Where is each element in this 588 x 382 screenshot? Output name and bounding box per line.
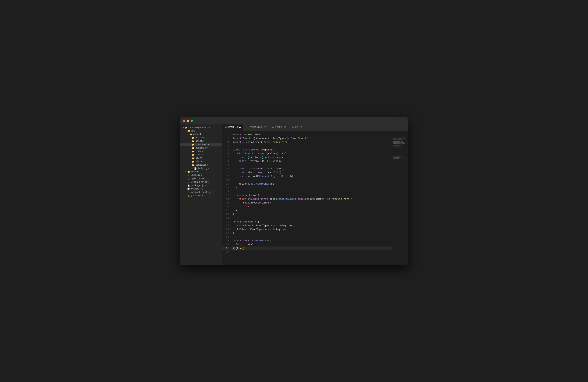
keyword: await [258,171,265,174]
code-text: = [259,197,261,201]
svg-rect-26 [394,145,401,146]
md-file-icon: 📝 [187,188,190,190]
sidebar-item-actions[interactable]: › 📁 actions [180,136,222,139]
minimap [393,131,408,265]
keyword: this [262,197,268,201]
svg-rect-10 [393,138,400,138]
keyword: this [243,201,249,205]
sidebar-item-label: templates [195,164,208,166]
sidebar-item-constants[interactable]: › 📁 constants [180,146,222,150]
code-line: <form onSubmit={this.props.handleSubmit(… [231,197,393,201]
code-line: Form.propTypes = { [231,220,393,224]
keyword: const [238,174,246,178]
code-text [233,152,236,156]
function-name: createObjectURL [262,174,284,178]
keyword: await [256,167,264,171]
code-text [233,197,238,201]
code-line: handleSubmit: PropTypes.func.isRequired, [231,224,393,228]
function-name: reduxForm [255,239,268,243]
sidebar-item-styles[interactable]: › 📁 styles [180,160,222,163]
chevron-right-icon: › [189,150,192,152]
sidebar-item-resume-generator[interactable]: ▾ 📁 resume-generator [180,126,222,129]
code-text [242,133,243,137]
sidebar-item-webpack-config[interactable]: ⬡ webpack.config.js [180,191,222,194]
webpack-file-icon: ⬡ [187,191,190,194]
code-line: import { reduxForm } from 'redux-form' [231,140,393,144]
minimize-button[interactable] [187,120,189,122]
svg-rect-0 [393,133,399,133]
code-text: actions [249,156,262,159]
sidebar-item-reducers[interactable]: › 📁 reducers [180,150,222,153]
tab-index-js[interactable]: JS INDEX.JS [269,124,289,131]
jsx-attr: onSubmit [247,197,259,201]
tab-form-js[interactable]: JS FORM.JS [222,124,243,131]
sidebar-item-server[interactable]: › 📁 server [180,170,222,173]
code-line: class Form extends Component { [231,148,393,152]
line-number: 1 [222,133,229,137]
keyword: extends [249,148,259,152]
sidebar-item-label: store [195,157,202,160]
json-file-icon: 📋 [187,184,190,187]
code-text [233,156,238,159]
code-text [233,193,236,197]
sidebar-item-components[interactable]: › 📁 components [180,143,222,146]
svg-rect-38 [393,155,394,155]
code-line: form: 'data' [231,243,393,247]
code-editor[interactable]: import 'whatwg-fetch' import React, { Co… [231,131,393,265]
classname: Form [233,220,238,224]
yarn-file-icon: 🔒 [187,195,190,197]
classname: Component [261,148,274,152]
tab-generator-js[interactable]: JS GENERATOR.JS [243,124,269,131]
sidebar-item-babelrc[interactable]: ⚙ .babelrc [180,173,222,177]
line-number: 8 [222,159,229,163]
line-number: 6 [222,152,229,156]
sidebar-item-tern-project[interactable]: ⚡ .tern-project [180,180,222,184]
code-text: url = URL. [246,174,262,178]
sidebar-item-store[interactable]: › 📁 store [180,156,222,160]
svg-rect-13 [397,139,402,139]
sidebar-item-label: .gitignore [191,177,205,180]
tab-ui-js[interactable]: JS UI.JS [289,124,305,131]
code-text [270,140,271,144]
chevron-down-icon: ▾ [182,126,185,129]
sidebar-item-readme-md[interactable]: 📝 readme.md [180,187,222,191]
code-text [242,239,243,243]
line-number: 16 [222,190,229,193]
code-text [240,148,242,152]
chevron-down-icon: ▾ [189,164,192,166]
code-text [233,205,238,209]
code-text: ({ [268,239,271,243]
sidebar-item-routes[interactable]: › 📁 routes [180,153,222,156]
svg-rect-42 [394,157,396,158]
sidebar-item-gitignore[interactable]: ⬡ .gitignore [180,177,222,180]
folder-icon: 📁 [192,161,195,163]
code-line: import 'whatwg-fetch' [231,133,393,137]
string: 'resume-form' [332,197,351,201]
tab-label: UI.JS [295,126,302,129]
sidebar-item-index-js[interactable]: 📄 index.js [180,167,222,170]
sidebar-item-yarn-lock[interactable]: 🔒 yarn.lock [180,194,222,197]
function-name: handleSubmit [278,197,296,201]
keyword: import [233,137,242,140]
chevron-right-icon: › [189,157,192,159]
jsx-brace: { [261,197,262,201]
code-line [231,235,393,239]
sidebar-item-package-json[interactable]: 📋 package.json [180,184,222,187]
line-number: 14 [222,182,229,186]
js-icon: JS [292,126,294,129]
sidebar-item-label: server [191,170,199,173]
sidebar-item-templates[interactable]: ▾ 📁 templates [180,163,222,167]
svg-rect-14 [403,139,406,139]
sidebar-item-app[interactable]: ▾ 📁 app [180,129,222,133]
code-text [253,239,255,243]
maximize-button[interactable] [190,120,193,122]
sidebar-item-assets[interactable]: › 📁 assets [180,139,222,143]
sidebar-item-client[interactable]: ▾ 📁 client [180,133,222,136]
svg-rect-25 [402,143,405,144]
line-number: 19 [222,201,229,205]
close-button[interactable] [183,120,185,122]
line-number: 22 [222,212,229,216]
code-line [231,178,393,182]
chevron-right-icon: › [189,144,192,146]
string: 'react' [298,137,308,140]
